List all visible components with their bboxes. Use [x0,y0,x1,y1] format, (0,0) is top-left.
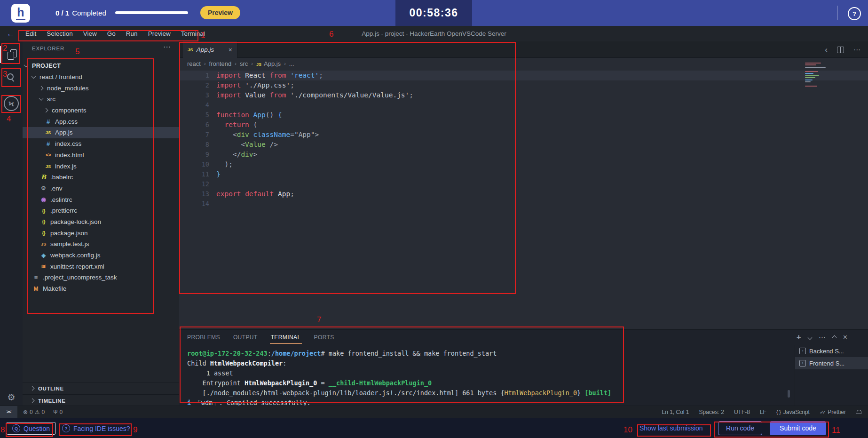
breadcrumb-separator: › [284,61,286,66]
status-right: Ln 1, Col 1Spaces: 2UTF-8LF { }JavaScrip… [662,406,861,418]
eslint-file-icon: ◉ [39,196,47,203]
panel-tab-ports[interactable]: PORTS [314,334,334,341]
menu-go[interactable]: Go [102,30,121,37]
breadcrumb-item-app-js[interactable]: JSApp.js [256,60,281,67]
tree-item-makefile[interactable]: MMakefile [23,283,179,295]
terminal-line: Entrypoint HtmlWebpackPlugin_0 = __child… [187,378,611,388]
tree-item-project[interactable]: PROJECT [23,60,179,72]
help-icon[interactable]: ? [848,7,861,20]
tree-item-label: sample.test.js [50,240,89,247]
editor-tab-strip: JS App.js × ‹ ⋯ [179,41,868,58]
tree-item--project-uncompress-task[interactable]: ≡.project_uncompress_task [23,272,179,283]
tree-item--babelrc[interactable]: B.babelrc [23,172,179,183]
menu-selection[interactable]: Selection [41,30,78,37]
explorer-more-icon[interactable]: ⋯ [163,42,171,51]
panel-tab-output[interactable]: OUTPUT [233,334,258,341]
lightning-icon: Ϟ [4,96,19,111]
menu-terminal[interactable]: Terminal [176,30,210,37]
tab-appjs[interactable]: JS App.js × [183,41,237,58]
js-file-icon: JS [44,164,52,169]
ports-indicator[interactable]: Ψ 0 [53,409,63,415]
minimap[interactable] [805,61,832,89]
breadcrumb-item--[interactable]: ... [289,60,294,67]
panel-tab-problems[interactable]: PROBLEMS [187,334,220,341]
breadcrumb-item-src[interactable]: src [240,60,248,67]
status-item[interactable]: Spaces: 2 [699,409,724,415]
status-item[interactable]: LF [760,409,766,415]
ports-count: 0 [59,409,63,415]
tree-item-node-modules[interactable]: node_modules [23,82,179,94]
tree-item-webpack-config-js[interactable]: ◈webpack.config.js [23,250,179,261]
back-arrow-icon[interactable]: ← [0,29,20,39]
code-text: return ( [216,120,257,130]
breadcrumb-item-react[interactable]: react [187,60,201,67]
bell-icon[interactable] [856,409,861,415]
tree-item-index-html[interactable]: <>index.html [23,150,179,161]
code-text: import './App.css'; [216,80,294,90]
ide-issues-label: Facing IDE issues? [73,425,130,432]
tree-item-sample-test-js[interactable]: JSsample.test.js [23,239,179,250]
problems-indicator[interactable]: ⊗ 0 ⚠ 0 [23,409,45,415]
tree-item-src[interactable]: src [23,94,179,105]
tree-item--prettierrc[interactable]: {}.prettierrc [23,205,179,216]
menu-preview[interactable]: Preview [143,30,176,37]
preview-button[interactable]: Preview [200,6,240,19]
tree-item-react-frontend[interactable]: react / frontend [23,72,179,83]
maximize-panel-icon[interactable] [832,335,836,340]
terminal-scrollbar[interactable] [788,390,790,398]
code-text: import React from 'react'; [216,71,323,80]
outline-section[interactable]: OUTLINE [23,382,179,394]
remote-indicator[interactable]: >< [0,406,17,418]
settings-button[interactable]: ⚙ [0,392,23,403]
tree-item--env[interactable]: ⚙.env [23,183,179,194]
tree-item-index-js[interactable]: JSindex.js [23,160,179,172]
terminal-dropdown-icon[interactable] [807,335,812,340]
show-last-submission-link[interactable]: Show last submission [639,418,703,438]
terminal-list-item-backend-s-[interactable]: ›Backend S... [795,345,868,357]
tree-item--eslintrc[interactable]: ◉.eslintrc [23,194,179,205]
code-editor[interactable]: 1import React from 'react';2import './Ap… [179,71,868,209]
tree-item-app-js[interactable]: JSApp.js [23,127,179,138]
menu-bar: ← EditSelectionViewGoRunPreviewTerminal … [0,26,868,41]
js-file-icon: JS [256,62,261,67]
tree-item-label: .env [50,185,63,192]
language-mode[interactable]: { }JavaScript [776,409,810,415]
tree-item-index-css[interactable]: #index.css [23,138,179,150]
explorer-sidebar: EXPLORER ⋯ PROJECTreact / frontendnode_m… [23,41,179,406]
tree-item-xunittest-report-xml[interactable]: ≋xunittest-report.xml [23,261,179,272]
gear-file-icon: ⚙ [39,185,47,191]
timeline-section[interactable]: TIMELINE [23,394,179,406]
status-item[interactable]: UTF-8 [734,409,750,415]
navigate-back-icon[interactable]: ‹ [825,45,828,55]
split-editor-icon[interactable] [837,47,844,53]
panel-more-icon[interactable]: ⋯ [819,333,826,342]
search-activity-button[interactable] [0,70,23,86]
facing-ide-issues-link[interactable]: ? Facing IDE issues? [62,422,130,435]
new-terminal-icon[interactable]: + [797,333,801,342]
breadcrumb-label: frontend [209,60,232,67]
panel-tab-terminal[interactable]: TERMINAL [271,334,301,341]
tree-item-package-json[interactable]: {}package.json [23,227,179,239]
hackerearth-logo[interactable]: h [11,4,30,23]
tree-item-package-lock-json[interactable]: {}package-lock.json [23,216,179,228]
menu-run[interactable]: Run [121,30,143,37]
close-panel-icon[interactable]: × [843,333,847,342]
explorer-activity-button[interactable] [0,46,24,63]
timer: 00:58:36 [395,0,472,26]
terminal-list-item-frontend-s-[interactable]: ›Frontend S... [795,357,868,369]
run-activity-button[interactable]: Ϟ [0,96,23,111]
status-item[interactable]: Ln 1, Col 1 [662,409,689,415]
tree-item-components[interactable]: components [23,105,179,116]
run-code-button[interactable]: Run code [718,421,762,435]
question-button[interactable]: Q Question [6,422,56,435]
submit-code-button[interactable]: Submit code [770,421,826,435]
tree-item-app-css[interactable]: #App.css [23,116,179,127]
tree-item-label: webpack.config.js [50,252,101,259]
breadcrumb[interactable]: react›frontend›src›JSApp.js›... [187,58,294,69]
formatter-indicator[interactable]: ✓✓Prettier [820,409,846,415]
breadcrumb-item-frontend[interactable]: frontend [209,60,232,67]
menu-edit[interactable]: Edit [20,30,41,37]
menu-view[interactable]: View [78,30,102,37]
editor-more-icon[interactable]: ⋯ [853,46,860,54]
tab-close-icon[interactable]: × [229,46,232,54]
